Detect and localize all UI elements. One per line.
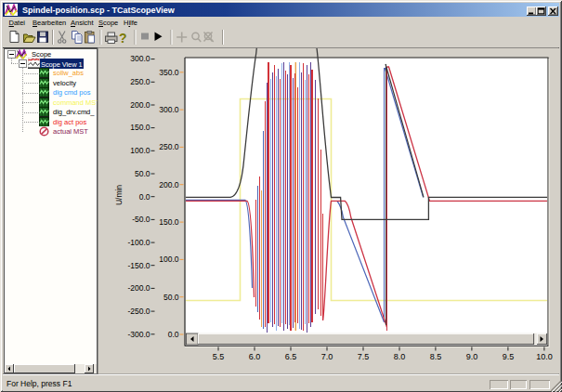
svg-text:8.0: 8.0 xyxy=(394,352,406,361)
svg-text:100.0: 100.0 xyxy=(130,146,150,155)
svg-text:-250.0: -250.0 xyxy=(127,307,150,316)
svg-text:-150.0: -150.0 xyxy=(127,261,150,270)
svg-text:-100.0: -100.0 xyxy=(127,238,150,247)
svg-text:300.0: 300.0 xyxy=(159,105,179,114)
svg-text:9.0: 9.0 xyxy=(466,352,478,361)
svg-text:-200.0: -200.0 xyxy=(127,283,150,293)
svg-text:150.0: 150.0 xyxy=(159,217,179,227)
svg-text:200.0: 200.0 xyxy=(159,180,179,189)
svg-text:9.5: 9.5 xyxy=(503,352,515,361)
svg-text:250.0: 250.0 xyxy=(130,77,150,86)
svg-text:U/min: U/min xyxy=(114,185,124,205)
svg-text:100.0: 100.0 xyxy=(159,255,179,264)
svg-text:50.0: 50.0 xyxy=(135,169,150,178)
svg-text:150.0: 150.0 xyxy=(130,123,150,132)
svg-text:50.0: 50.0 xyxy=(163,293,179,302)
svg-text:6.0: 6.0 xyxy=(249,352,261,361)
svg-text:6.5: 6.5 xyxy=(285,352,297,361)
svg-text:7.5: 7.5 xyxy=(358,352,370,361)
svg-text:7.0: 7.0 xyxy=(321,352,333,361)
svg-text:0.0: 0.0 xyxy=(139,192,150,202)
svg-text:250.0: 250.0 xyxy=(159,142,179,151)
svg-text:-50.0: -50.0 xyxy=(132,215,150,224)
svg-text:0.0: 0.0 xyxy=(168,330,179,339)
svg-text:-300.0: -300.0 xyxy=(127,330,150,339)
svg-text:200.0: 200.0 xyxy=(130,100,150,110)
svg-text:8.5: 8.5 xyxy=(430,352,442,361)
svg-text:350.0: 350.0 xyxy=(159,68,179,77)
svg-text:5.5: 5.5 xyxy=(213,352,225,361)
svg-text:300.0: 300.0 xyxy=(130,54,150,63)
svg-text:10.0: 10.0 xyxy=(536,352,553,361)
